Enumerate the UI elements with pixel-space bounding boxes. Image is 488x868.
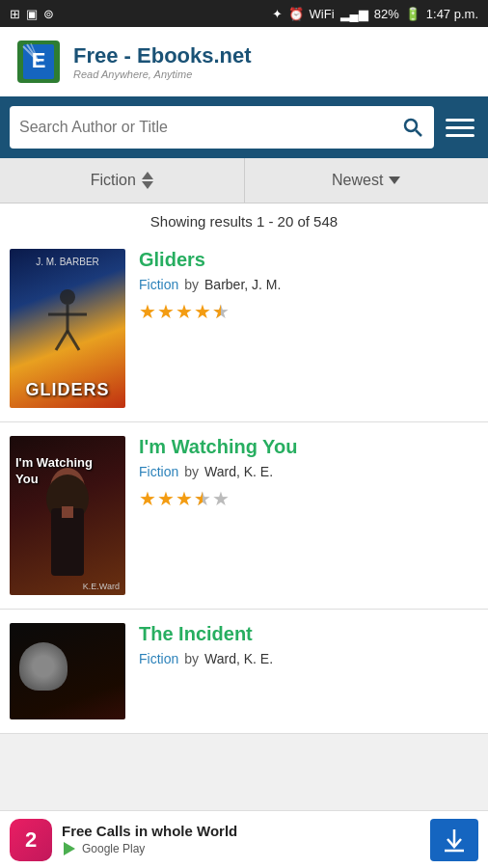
book-cover: J. M. BARBER GLIDERS <box>10 249 125 408</box>
ad-download-button[interactable] <box>430 819 478 861</box>
by-label: by <box>184 464 199 479</box>
search-bar <box>0 96 488 158</box>
svg-marker-18 <box>64 842 75 855</box>
by-label: by <box>184 651 199 666</box>
book-title: I'm Watching You <box>139 436 478 458</box>
ad-app-icon: 2 <box>10 819 52 861</box>
svg-point-9 <box>60 289 75 305</box>
chevron-down-icon <box>389 176 400 184</box>
hamburger-line <box>446 126 474 129</box>
book-meta: Fiction by Ward, K. E. <box>139 651 478 666</box>
book-info: Gliders Fiction by Barber, J. M. ★ ★ ★ ★… <box>139 249 478 323</box>
svg-rect-17 <box>62 506 73 518</box>
book-title: Gliders <box>139 249 478 271</box>
book-meta: Fiction by Barber, J. M. <box>139 277 478 292</box>
app-header: E Free - Ebooks.net Read Anywhere, Anyti… <box>0 27 488 96</box>
star-5: ★ <box>212 487 230 510</box>
author-name: Barber, J. M. <box>204 277 281 292</box>
wifi-icon: WiFi <box>310 7 335 21</box>
results-summary: Showing results 1 - 20 of 548 <box>150 213 338 230</box>
book-list: J. M. BARBER GLIDERS Gliders Fiction by … <box>0 235 488 734</box>
svg-line-12 <box>56 331 68 350</box>
cover-author-text: J. M. BARBER <box>10 257 125 267</box>
wolf-icon <box>19 642 68 691</box>
svg-line-8 <box>416 130 421 136</box>
battery-percent: 82% <box>374 7 399 21</box>
star-1: ★ <box>139 487 156 510</box>
list-item[interactable]: J. M. BARBER GLIDERS Gliders Fiction by … <box>0 235 488 422</box>
bluetooth-icon: ✦ <box>272 7 283 21</box>
ad-title: Free Calls in whole World <box>62 823 420 839</box>
genre-tag: Fiction <box>139 464 178 479</box>
google-play-icon <box>62 841 77 856</box>
genre-sort-arrows <box>142 172 153 189</box>
logo-subtitle: Read Anywhere, Anytime <box>73 68 252 80</box>
book-info: I'm Watching You Fiction by Ward, K. E. … <box>139 436 478 510</box>
by-label: by <box>184 277 199 292</box>
hamburger-line <box>446 134 474 137</box>
list-item[interactable]: I'm WatchingYou K.E.Ward I'm Watching Yo… <box>0 422 488 610</box>
book-cover <box>10 623 125 719</box>
genre-label: Fiction <box>91 172 136 189</box>
svg-point-7 <box>405 120 417 131</box>
results-count: Showing results 1 - 20 of 548 <box>0 203 488 235</box>
star-1: ★ <box>139 300 156 323</box>
author-name: Ward, K. E. <box>204 464 273 479</box>
star-rating: ★ ★ ★ ★★ ★ <box>139 487 478 510</box>
dropbox-icon: ⊞ <box>10 7 20 21</box>
alarm-icon: ⏰ <box>288 7 304 21</box>
sort-label: Newest <box>332 172 383 189</box>
logo-text: Free - Ebooks.net Read Anywhere, Anytime <box>73 43 252 80</box>
ad-banner[interactable]: 2 Free Calls in whole World Google Play <box>0 810 488 868</box>
voicemail-icon: ⊚ <box>43 7 54 21</box>
star-3: ★ <box>176 300 193 323</box>
cover-author-ward: K.E.Ward <box>83 582 120 591</box>
battery-icon: 🔋 <box>405 7 420 21</box>
svg-line-13 <box>68 331 79 350</box>
search-input-wrap[interactable] <box>10 106 434 149</box>
genre-tag: Fiction <box>139 277 178 292</box>
app-logo-icon: E <box>14 37 64 87</box>
search-icon <box>401 116 424 139</box>
status-bar: ⊞ ▣ ⊚ ✦ ⏰ WiFi ▂▄▆ 82% 🔋 1:47 p.m. <box>0 0 488 27</box>
book-cover: I'm WatchingYou K.E.Ward <box>10 436 125 595</box>
book-meta: Fiction by Ward, K. E. <box>139 464 478 479</box>
genre-tag: Fiction <box>139 651 178 666</box>
watching-cover: I'm WatchingYou K.E.Ward <box>10 436 125 595</box>
cover-title-text: GLIDERS <box>10 380 125 400</box>
status-right-icons: ✦ ⏰ WiFi ▂▄▆ 82% 🔋 1:47 p.m. <box>272 7 478 21</box>
cover-girl <box>14 460 121 595</box>
photo-icon: ▣ <box>26 7 38 21</box>
star-2: ★ <box>157 487 175 510</box>
svg-rect-16 <box>51 508 84 576</box>
logo-title: Free - Ebooks.net <box>73 43 252 68</box>
star-4-half: ★★ <box>194 487 211 510</box>
download-icon <box>442 827 467 853</box>
gliders-cover: J. M. BARBER GLIDERS <box>10 249 125 408</box>
incident-cover <box>10 623 125 719</box>
star-3: ★ <box>176 487 193 510</box>
author-name: Ward, K. E. <box>204 651 273 666</box>
star-5-half: ★★ <box>212 300 230 323</box>
sort-filter[interactable]: Newest <box>245 158 489 203</box>
ad-store-label: Google Play <box>82 842 145 855</box>
book-info: The Incident Fiction by Ward, K. E. <box>139 623 478 674</box>
star-4: ★ <box>194 300 211 323</box>
arrow-up-icon <box>142 172 153 179</box>
filter-bar: Fiction Newest <box>0 158 488 203</box>
list-item[interactable]: The Incident Fiction by Ward, K. E. <box>0 610 488 734</box>
search-button[interactable] <box>401 116 424 139</box>
ad-store-row: Google Play <box>62 841 420 856</box>
ad-text-block: Free Calls in whole World Google Play <box>62 823 420 856</box>
star-rating: ★ ★ ★ ★ ★★ <box>139 300 478 323</box>
cover-figure <box>29 278 106 355</box>
genre-filter[interactable]: Fiction <box>0 158 245 203</box>
ad-icon-label: 2 <box>25 827 37 853</box>
menu-button[interactable] <box>442 115 478 141</box>
signal-icon: ▂▄▆ <box>340 7 368 21</box>
star-2: ★ <box>157 300 175 323</box>
time-display: 1:47 p.m. <box>426 7 478 21</box>
arrow-down-icon <box>142 181 153 189</box>
book-title: The Incident <box>139 623 478 645</box>
search-input[interactable] <box>19 119 401 136</box>
